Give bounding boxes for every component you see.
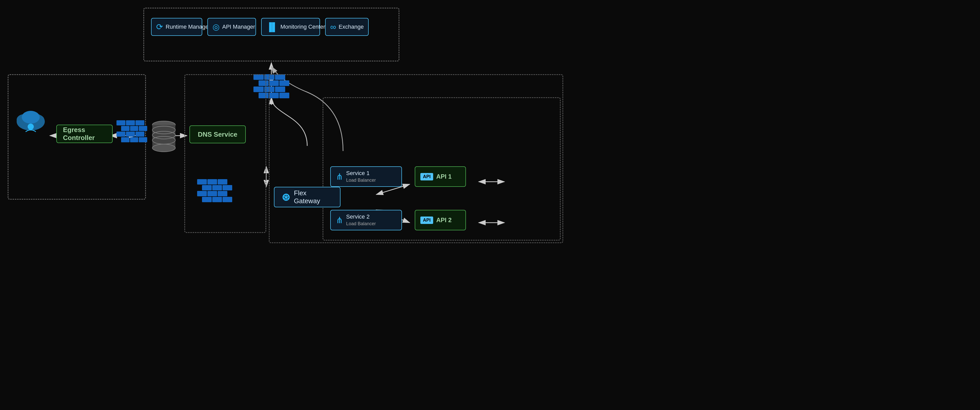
- cloud-icon: [14, 108, 47, 133]
- api1-badge: API: [420, 173, 433, 180]
- firewall-egress: [116, 120, 147, 142]
- monitoring-center-card: ▐▌ Monitoring Center: [261, 18, 320, 36]
- service2-card: ⋔ Service 2 Load Balancer: [330, 210, 402, 230]
- monitoring-icon: ▐▌: [266, 22, 278, 32]
- service2-icon: ⋔: [336, 215, 343, 225]
- service1-icon: ⋔: [336, 172, 343, 182]
- api1-card: API API 1: [415, 166, 466, 187]
- runtime-manager-card: ⟳ Runtime Manager: [151, 18, 202, 36]
- egress-controller-card: Egress Controller: [56, 125, 113, 143]
- monitoring-center-label: Monitoring Center: [280, 24, 325, 30]
- dns-service-label: DNS Service: [198, 130, 237, 138]
- service1-label: Service 1 Load Balancer: [346, 170, 376, 183]
- flex-gateway-label: Flex Gateway: [294, 189, 333, 205]
- svg-point-18: [22, 111, 40, 124]
- api1-label: API 1: [436, 173, 452, 180]
- api-manager-card: ◎ API Manager: [207, 18, 256, 36]
- exchange-icon: ∞: [330, 22, 336, 32]
- dns-service-card: DNS Service: [189, 126, 246, 143]
- runtime-icon: ⟳: [156, 22, 163, 32]
- api-manager-icon: ◎: [213, 22, 220, 32]
- exchange-label: Exchange: [339, 24, 364, 30]
- api2-label: API 2: [436, 216, 452, 224]
- cylinder-dns: [151, 120, 177, 153]
- runtime-manager-label: Runtime Manager: [165, 24, 210, 30]
- flex-gateway-icon: ⊛: [282, 191, 290, 203]
- service2-label: Service 2 Load Balancer: [346, 213, 376, 227]
- exchange-card: ∞ Exchange: [325, 18, 369, 36]
- svg-point-19: [28, 124, 34, 130]
- firewall-dns: [197, 179, 233, 202]
- egress-controller-label: Egress Controller: [63, 126, 106, 142]
- service1-card: ⋔ Service 1 Load Balancer: [330, 166, 402, 187]
- diagram-container: ⟳ Runtime Manager ◎ API Manager ▐▌ Monit…: [0, 0, 980, 410]
- api2-badge: API: [420, 216, 433, 224]
- api2-card: API API 2: [415, 210, 466, 230]
- svg-point-22: [152, 144, 175, 152]
- flex-gateway-card: ⊛ Flex Gateway: [274, 187, 340, 207]
- api-manager-label: API Manager: [222, 24, 255, 30]
- dns-region-box: [185, 74, 266, 233]
